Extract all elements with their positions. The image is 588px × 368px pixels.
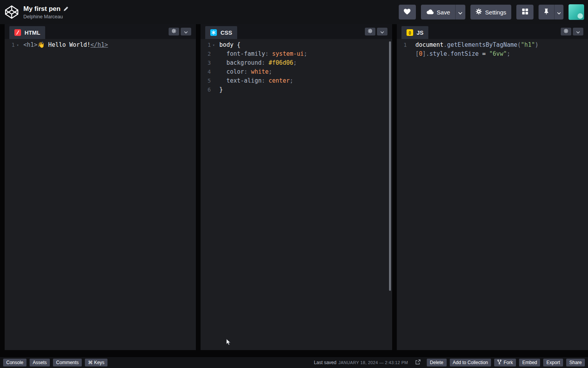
- codepen-logo[interactable]: [4, 4, 19, 20]
- fork-button-label: Fork: [503, 360, 513, 365]
- html-panel-actions: [169, 28, 196, 35]
- code-fold-spacer: [211, 58, 217, 67]
- code-line[interactable]: 3 background: #f06d06;: [201, 58, 392, 67]
- keys-button[interactable]: ⌘ Keys: [85, 359, 107, 366]
- user-avatar[interactable]: [569, 4, 584, 20]
- css-editor-scrollbar[interactable]: [389, 41, 391, 291]
- pen-title-block: My first pen Delphine Marceau: [23, 5, 69, 19]
- gear-icon: [171, 28, 176, 35]
- like-button[interactable]: [399, 5, 416, 19]
- code-text: color: white;: [219, 67, 272, 76]
- code-fold-spacer: [211, 50, 217, 58]
- external-link-icon: [415, 359, 421, 366]
- assets-button-label: Assets: [33, 360, 47, 365]
- js-editor[interactable]: 1document.getElementsByTagName("h1")[0].…: [397, 39, 588, 350]
- fork-button[interactable]: Fork: [494, 359, 516, 366]
- html-code: 1▾<h1>👋 Hello World!</h1>: [5, 41, 196, 50]
- js-tab-label: JS: [417, 30, 424, 36]
- settings-button-label: Settings: [485, 9, 506, 16]
- js-settings-button[interactable]: [561, 28, 571, 35]
- layout-grid-icon: [522, 8, 528, 16]
- line-number: 1: [397, 41, 407, 50]
- code-fold-spacer: [211, 76, 217, 85]
- gear-icon: [475, 8, 482, 16]
- css-settings-button[interactable]: [365, 28, 375, 35]
- share-button-label: Share: [569, 360, 582, 365]
- code-text: <h1>👋 Hello World!</h1>: [23, 41, 108, 50]
- code-fold-spacer: [211, 85, 217, 94]
- header: My first pen Delphine Marceau Save: [0, 0, 588, 24]
- line-number: 3: [201, 58, 211, 67]
- console-button-label: Console: [6, 360, 23, 365]
- share-button[interactable]: Share: [566, 359, 585, 366]
- open-live-view-button[interactable]: [415, 359, 421, 366]
- save-options-button[interactable]: [455, 5, 465, 19]
- line-number: [397, 50, 407, 58]
- css-collapse-button[interactable]: [377, 28, 387, 35]
- editor-area: HTML: [0, 24, 588, 357]
- html-settings-button[interactable]: [169, 28, 179, 35]
- embed-button[interactable]: Embed: [519, 359, 540, 366]
- edit-title-icon[interactable]: [63, 6, 69, 11]
- js-tab[interactable]: () JS: [401, 26, 429, 39]
- last-saved-status: Last saved JANUARY 18, 2024 — 2:43:12 PM: [314, 360, 408, 365]
- js-collapse-button[interactable]: [573, 28, 583, 35]
- code-line[interactable]: 5 text-align: center;: [201, 76, 392, 85]
- css-panel: CSS: [201, 24, 392, 350]
- css-tab[interactable]: CSS: [205, 26, 237, 39]
- chevron-down-icon: [184, 29, 188, 35]
- code-fold-caret[interactable]: ▾: [15, 41, 21, 50]
- css-panel-actions: [365, 28, 392, 35]
- line-number: 5: [201, 76, 211, 85]
- page-title: My first pen: [23, 5, 60, 13]
- code-line[interactable]: 1document.getElementsByTagName("h1"): [397, 41, 588, 50]
- console-button[interactable]: Console: [3, 359, 26, 366]
- code-line[interactable]: 1▾body {: [201, 41, 392, 50]
- code-line[interactable]: 2 font-family: system-ui;: [201, 50, 392, 58]
- add-to-collection-button[interactable]: Add to Collection: [450, 359, 491, 366]
- code-line[interactable]: [0].style.fontSize = "6vw";: [397, 50, 588, 58]
- line-number: 1: [5, 41, 15, 50]
- css-tab-label: CSS: [220, 30, 232, 36]
- save-button[interactable]: Save: [421, 5, 455, 19]
- html-tab-label: HTML: [25, 30, 40, 36]
- css-icon: [210, 29, 217, 36]
- css-code: 1▾body {2 font-family: system-ui;3 backg…: [201, 41, 392, 94]
- export-button[interactable]: Export: [543, 359, 563, 366]
- heart-icon: [403, 8, 411, 16]
- pin-options-button[interactable]: [554, 5, 563, 19]
- html-tab[interactable]: HTML: [9, 26, 45, 39]
- delete-button-label: Delete: [430, 360, 444, 365]
- gear-icon: [368, 28, 373, 35]
- html-panel-header: HTML: [5, 24, 196, 39]
- js-code: 1document.getElementsByTagName("h1")[0].…: [397, 41, 588, 58]
- code-text: }: [219, 85, 223, 94]
- footer: Console Assets Comments ⌘ Keys Last save…: [0, 357, 588, 368]
- embed-button-label: Embed: [522, 360, 537, 365]
- export-button-label: Export: [546, 360, 560, 365]
- line-number: 6: [201, 85, 211, 94]
- css-editor[interactable]: 1▾body {2 font-family: system-ui;3 backg…: [201, 39, 392, 350]
- js-panel-header: () JS: [397, 24, 588, 39]
- html-editor[interactable]: 1▾<h1>👋 Hello World!</h1>: [5, 39, 196, 350]
- code-fold-caret[interactable]: ▾: [211, 41, 217, 50]
- code-line[interactable]: 6}: [201, 85, 392, 94]
- css-panel-header: CSS: [201, 24, 392, 39]
- comments-button[interactable]: Comments: [53, 359, 82, 366]
- html-collapse-button[interactable]: [181, 28, 191, 35]
- pin-icon: [544, 8, 549, 16]
- chevron-down-icon: [576, 29, 580, 35]
- settings-button[interactable]: Settings: [470, 5, 511, 19]
- code-text: [0].style.fontSize = "6vw";: [415, 50, 511, 58]
- code-line[interactable]: 1▾<h1>👋 Hello World!</h1>: [5, 41, 196, 50]
- code-text: font-family: system-ui;: [219, 50, 307, 58]
- chevron-down-icon: [380, 29, 384, 35]
- js-panel-actions: [561, 28, 588, 35]
- code-line[interactable]: 4 color: white;: [201, 67, 392, 76]
- layout-button[interactable]: [516, 5, 533, 19]
- pin-button[interactable]: [539, 5, 554, 19]
- js-icon-glyph: (): [408, 30, 410, 35]
- assets-button[interactable]: Assets: [30, 359, 50, 366]
- delete-button[interactable]: Delete: [427, 359, 447, 366]
- line-number: 1: [201, 41, 211, 50]
